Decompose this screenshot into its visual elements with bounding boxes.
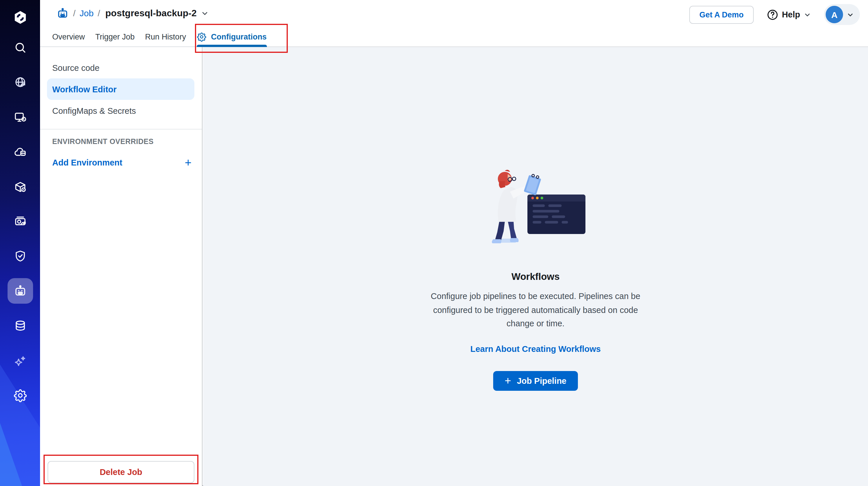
sidebar-item-workflow-editor[interactable]: Workflow Editor [47, 78, 194, 100]
job-pipeline-button[interactable]: + Job Pipeline [493, 371, 578, 391]
observability-globe-icon[interactable] [7, 70, 33, 95]
packages-icon[interactable] [7, 174, 33, 200]
help-question-icon [766, 8, 778, 21]
tab-trigger-job[interactable]: Trigger Job [95, 26, 135, 47]
search-icon[interactable] [7, 35, 33, 60]
get-a-demo-button[interactable]: Get A Demo [690, 5, 754, 24]
environment-overrides-label: ENVIRONMENT OVERRIDES [40, 137, 202, 147]
delete-job-button[interactable]: Delete Job [48, 461, 194, 483]
help-menu[interactable]: Help [766, 8, 811, 21]
app-window: / Job / postgresql-backup-2 Overview Tri… [0, 0, 868, 486]
breadcrumb-job-link[interactable]: Job [80, 8, 93, 18]
sidebar-item-configmaps-secrets[interactable]: ConfigMaps & Secrets [40, 100, 202, 121]
learn-workflows-link[interactable]: Learn About Creating Workflows [470, 344, 601, 353]
workflows-empty-state: Workflows Configure job pipelines to be … [203, 47, 868, 391]
resource-browser-icon[interactable] [7, 313, 33, 339]
security-shield-icon[interactable] [7, 243, 33, 269]
tab-configurations[interactable]: Configurations [196, 26, 267, 47]
plus-icon: + [185, 157, 191, 168]
breadcrumb-separator: / [98, 8, 100, 18]
user-menu[interactable]: A [824, 4, 860, 25]
gear-icon [196, 32, 206, 41]
job-tabs: Overview Trigger Job Run History Configu… [40, 26, 868, 47]
avatar: A [826, 6, 843, 23]
app-management-icon[interactable] [7, 105, 33, 130]
cost-visibility-icon[interactable] [7, 208, 33, 234]
tab-overview[interactable]: Overview [52, 26, 85, 47]
ai-sparkles-icon[interactable] [7, 348, 33, 373]
breadcrumb-separator: / [73, 8, 75, 18]
divider [40, 129, 202, 130]
empty-state-description: Configure job pipelines to be executed. … [431, 290, 641, 331]
jobs-robot-icon[interactable] [7, 278, 33, 304]
configurations-sidebar: Source code Workflow Editor ConfigMaps &… [40, 47, 203, 486]
chevron-down-icon[interactable] [201, 9, 209, 17]
help-label: Help [782, 10, 800, 19]
job-robot-icon [56, 7, 69, 20]
cloud-resources-icon[interactable] [7, 139, 33, 165]
chevron-down-icon [846, 11, 854, 18]
top-header: / Job / postgresql-backup-2 Overview Tri… [40, 0, 868, 47]
empty-state-title: Workflows [512, 271, 560, 282]
tab-run-history[interactable]: Run History [145, 26, 186, 47]
global-settings-gear-icon[interactable] [7, 383, 33, 408]
devtron-logo-icon[interactable] [7, 5, 33, 30]
plus-icon: + [504, 375, 511, 386]
chevron-down-icon [804, 11, 811, 18]
breadcrumb-job-name: postgresql-backup-2 [105, 8, 197, 18]
workflows-illustration [477, 166, 594, 247]
primary-sidebar [0, 0, 40, 486]
sidebar-item-source-code[interactable]: Source code [40, 57, 202, 78]
add-environment-button[interactable]: Add Environment + [40, 155, 202, 170]
workflow-editor-content: Workflows Configure job pipelines to be … [203, 47, 868, 486]
